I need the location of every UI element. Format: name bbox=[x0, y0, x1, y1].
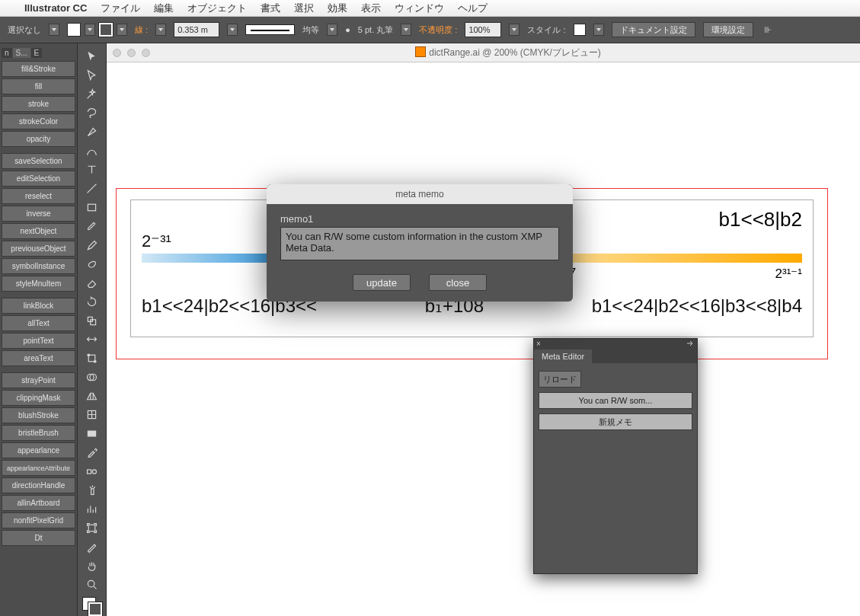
rotate-tool-icon[interactable] bbox=[82, 293, 103, 311]
memo-entry-button[interactable]: You can R/W som... bbox=[539, 392, 692, 409]
menu-file[interactable]: ファイル bbox=[101, 2, 140, 15]
menu-window[interactable]: ウィンドウ bbox=[395, 2, 444, 15]
slice-tool-icon[interactable] bbox=[82, 538, 103, 556]
stroke-swatch[interactable] bbox=[99, 23, 113, 37]
la-opacity[interactable]: opacity bbox=[2, 131, 75, 147]
stroke-weight-input[interactable] bbox=[174, 22, 219, 37]
column-graph-tool-icon[interactable] bbox=[82, 500, 103, 518]
la-reselect[interactable]: reselect bbox=[2, 188, 75, 204]
fill-stroke-indicator[interactable] bbox=[82, 597, 102, 616]
menu-help[interactable]: ヘルプ bbox=[458, 2, 488, 15]
gradient-tool-icon[interactable] bbox=[82, 425, 103, 442]
reload-button[interactable]: リロード bbox=[539, 371, 581, 388]
la-appearlance[interactable]: appearlance bbox=[2, 442, 75, 458]
la-symbolinstance[interactable]: symbolInstance bbox=[2, 258, 75, 274]
menubar-appname[interactable]: Illustrator CC bbox=[24, 2, 87, 14]
stroke-dd-icon[interactable] bbox=[117, 24, 127, 36]
la-saveselection[interactable]: saveSelection bbox=[2, 153, 75, 169]
align-icon[interactable]: ⊪ bbox=[764, 25, 772, 35]
profile-dd-icon[interactable] bbox=[327, 24, 337, 36]
menu-effect[interactable]: 効果 bbox=[328, 2, 347, 15]
la-tab-0[interactable]: n bbox=[2, 48, 12, 58]
la-tab-2[interactable]: E bbox=[31, 48, 43, 58]
blend-tool-icon[interactable] bbox=[82, 463, 103, 480]
fill-swatch[interactable] bbox=[67, 23, 81, 37]
la-areatext[interactable]: areaText bbox=[2, 350, 75, 366]
la-pointtext[interactable]: pointText bbox=[2, 333, 75, 349]
stroke-stepper-icon[interactable] bbox=[155, 24, 166, 36]
close-button[interactable]: close bbox=[429, 274, 487, 291]
la-stroke[interactable]: stroke bbox=[2, 96, 75, 112]
prefs-button[interactable]: 環境設定 bbox=[703, 22, 753, 37]
blob-brush-tool-icon[interactable] bbox=[82, 255, 103, 273]
type-tool-icon[interactable] bbox=[82, 161, 103, 179]
la-fill[interactable]: fill bbox=[2, 78, 75, 94]
la-alltext[interactable]: allText bbox=[2, 315, 75, 331]
panel-tab-metaeditor[interactable]: Meta Editor bbox=[534, 349, 592, 363]
la-dt[interactable]: Dt bbox=[2, 530, 75, 546]
opacity-label[interactable]: 不透明度 : bbox=[419, 24, 457, 36]
menu-edit[interactable]: 編集 bbox=[154, 2, 174, 15]
width-tool-icon[interactable] bbox=[82, 330, 103, 348]
curvature-tool-icon[interactable] bbox=[82, 142, 103, 160]
la-linkblock[interactable]: linkBlock bbox=[2, 298, 75, 314]
brush-dd-icon[interactable] bbox=[401, 24, 411, 36]
window-max-icon[interactable] bbox=[142, 49, 150, 57]
magic-wand-tool-icon[interactable] bbox=[82, 86, 103, 104]
hand-tool-icon[interactable] bbox=[82, 557, 103, 575]
la-nextobject[interactable]: nextObject bbox=[2, 223, 75, 239]
la-tab-1[interactable]: S... bbox=[13, 48, 30, 58]
memo-textarea[interactable] bbox=[280, 227, 559, 260]
direct-selection-tool-icon[interactable] bbox=[82, 67, 103, 85]
la-bristlebrush[interactable]: bristleBrush bbox=[2, 425, 75, 441]
paintbrush-tool-icon[interactable] bbox=[82, 218, 103, 235]
stroke-weight-dd-icon[interactable] bbox=[227, 24, 238, 36]
window-min-icon[interactable] bbox=[127, 49, 136, 57]
style-swatch[interactable] bbox=[574, 24, 586, 36]
menu-type[interactable]: 書式 bbox=[261, 2, 280, 15]
fill-dd-icon[interactable] bbox=[85, 24, 95, 36]
new-memo-button[interactable]: 新規メモ bbox=[539, 413, 692, 430]
style-dd-icon[interactable] bbox=[593, 24, 604, 36]
pen-tool-icon[interactable] bbox=[82, 123, 103, 141]
menu-view[interactable]: 表示 bbox=[361, 2, 381, 15]
la-nonfitpixelgrid[interactable]: nonfitPixelGrid bbox=[2, 512, 75, 528]
artboard-tool-icon[interactable] bbox=[82, 519, 103, 537]
la-stylemnuitem[interactable]: styleMnuItem bbox=[2, 276, 75, 292]
la-strokecolor[interactable]: strokeColor bbox=[2, 113, 75, 129]
opacity-input[interactable] bbox=[465, 22, 501, 37]
stroke-label[interactable]: 線 : bbox=[135, 24, 148, 36]
eraser-tool-icon[interactable] bbox=[82, 274, 103, 292]
shape-builder-tool-icon[interactable] bbox=[82, 369, 103, 386]
la-blushstroke[interactable]: blushStroke bbox=[2, 407, 75, 423]
eyedropper-tool-icon[interactable] bbox=[82, 444, 103, 461]
panel-close-icon[interactable]: × bbox=[536, 340, 541, 348]
canvas[interactable]: b1<<8|b2 2⁻³¹ -3 32767 2³¹⁻¹ b1<<24|b2<<… bbox=[107, 62, 860, 616]
scale-tool-icon[interactable] bbox=[82, 312, 103, 330]
free-transform-tool-icon[interactable] bbox=[82, 349, 103, 367]
doc-setup-button[interactable]: ドキュメント設定 bbox=[612, 22, 695, 37]
la-clippingmask[interactable]: clippingMask bbox=[2, 390, 75, 406]
menu-object[interactable]: オブジェクト bbox=[187, 2, 247, 15]
zoom-tool-icon[interactable] bbox=[82, 576, 103, 593]
selection-dropdown-icon[interactable] bbox=[49, 24, 59, 36]
la-directionhandle[interactable]: directionHandle bbox=[2, 477, 75, 493]
la-straypoint[interactable]: strayPoint bbox=[2, 372, 75, 388]
stroke-profile-preview[interactable] bbox=[245, 24, 295, 35]
window-close-icon[interactable] bbox=[113, 49, 121, 57]
la-allinartboard[interactable]: allinArtboard bbox=[2, 495, 75, 511]
lasso-tool-icon[interactable] bbox=[82, 104, 103, 122]
la-fillstroke[interactable]: fill&Stroke bbox=[2, 61, 75, 77]
la-editselection[interactable]: editSelection bbox=[2, 171, 75, 187]
mesh-tool-icon[interactable] bbox=[82, 407, 103, 424]
menu-select[interactable]: 選択 bbox=[294, 2, 314, 15]
pencil-tool-icon[interactable] bbox=[82, 237, 103, 254]
rectangle-tool-icon[interactable] bbox=[82, 199, 103, 216]
opacity-dd-icon[interactable] bbox=[509, 24, 520, 36]
panel-collapse-icon[interactable] bbox=[687, 341, 695, 346]
selection-tool-icon[interactable] bbox=[82, 48, 103, 65]
la-previouseobject[interactable]: previouseObject bbox=[2, 241, 75, 257]
la-inverse[interactable]: inverse bbox=[2, 206, 75, 222]
symbol-sprayer-tool-icon[interactable] bbox=[82, 482, 103, 500]
perspective-grid-tool-icon[interactable] bbox=[82, 388, 103, 405]
